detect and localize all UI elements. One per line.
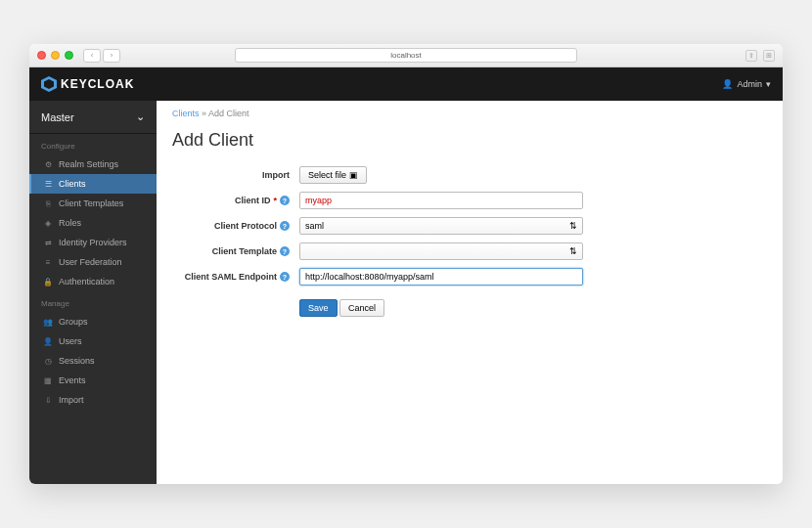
sidebar-item-client-templates[interactable]: ⎘Client Templates [29,194,157,213]
titlebar: ‹ › localhost ⇪ ⊞ [29,44,783,67]
row-actions: Save Cancel [157,295,783,321]
required-marker: * [273,196,277,205]
sidebar: Master ⌄ Configure ⚙Realm Settings ☰Clie… [29,101,157,484]
saml-endpoint-input[interactable] [299,268,583,286]
client-template-select[interactable]: ⇅ [299,242,583,260]
label-import: Import [172,170,290,180]
sidebar-item-clients[interactable]: ☰Clients [29,174,157,194]
sidebar-item-events[interactable]: ▦Events [29,371,157,390]
brand-text: KEYCLOAK [61,77,134,91]
save-button[interactable]: Save [299,299,338,317]
realm-name: Master [41,111,74,123]
main-content: Clients » Add Client Add Client Import S… [157,101,783,484]
sidebar-item-realm-settings[interactable]: ⚙Realm Settings [29,154,157,174]
user-icon: 👤 [43,336,53,346]
list-icon: ☰ [43,179,53,189]
sidebar-item-import[interactable]: ⇩Import [29,390,157,410]
help-icon[interactable]: ? [280,272,290,282]
select-file-button[interactable]: Select file ▣ [299,166,367,184]
sliders-icon: ⚙ [43,159,53,169]
browser-window: ‹ › localhost ⇪ ⊞ KEYCLOAK 👤 Admin ▾ Mas… [29,44,783,484]
app-header: KEYCLOAK 👤 Admin ▾ [29,67,783,101]
breadcrumb-sep: » [202,109,206,118]
sidebar-item-authentication[interactable]: 🔒Authentication [29,272,157,291]
users-icon: 👥 [43,317,53,327]
sidebar-item-user-federation[interactable]: ≡User Federation [29,252,157,272]
copy-icon: ⎘ [43,198,53,208]
row-client-id: Client ID * ? [157,188,783,213]
traffic-lights [37,51,73,60]
brand-logo[interactable]: KEYCLOAK [41,76,134,92]
chevron-down-icon: ▾ [766,79,771,89]
sidebar-item-groups[interactable]: 👥Groups [29,312,157,331]
calendar-icon: ▦ [43,375,53,385]
download-icon: ⇩ [43,395,53,405]
breadcrumb-root[interactable]: Clients [172,109,200,118]
lock-icon: 🔒 [43,277,53,286]
user-icon: 👤 [722,79,733,89]
help-icon[interactable]: ? [280,221,290,231]
forward-button[interactable]: › [103,49,120,63]
label-client-template: Client Template ? [172,246,290,256]
row-client-template: Client Template ? ⇅ [157,239,783,264]
back-button[interactable]: ‹ [83,49,101,63]
file-icon: ▣ [349,170,358,180]
titlebar-right: ⇪ ⊞ [745,50,775,62]
sidebar-item-users[interactable]: 👤Users [29,331,157,351]
sidebar-item-sessions[interactable]: ◷Sessions [29,351,157,371]
label-client-protocol: Client Protocol ? [172,221,290,231]
label-saml-endpoint: Client SAML Endpoint ? [172,272,290,282]
row-import: Import Select file ▣ [157,162,783,188]
help-icon[interactable]: ? [280,246,290,256]
url-bar[interactable]: localhost [235,48,577,63]
row-saml-endpoint: Client SAML Endpoint ? [157,264,783,289]
logo-icon [41,76,57,92]
breadcrumb-current: Add Client [208,109,249,118]
label-client-id: Client ID * ? [172,196,290,205]
row-client-protocol: Client Protocol ? saml⇅ [157,213,783,239]
sidebar-item-identity-providers[interactable]: ⇄Identity Providers [29,233,157,252]
breadcrumb: Clients » Add Client [157,101,783,126]
chevron-down-icon: ⌄ [136,110,145,123]
updown-icon: ⇅ [569,221,577,231]
client-protocol-select[interactable]: saml⇅ [299,217,583,235]
cancel-button[interactable]: Cancel [339,299,384,317]
nav-arrows: ‹ › [83,49,120,63]
maximize-window-button[interactable] [65,51,73,60]
minimize-window-button[interactable] [51,51,60,60]
client-id-input[interactable] [299,192,583,209]
layers-icon: ≡ [43,257,53,267]
clock-icon: ◷ [43,356,53,366]
share-icon[interactable]: ⇪ [745,50,757,62]
realm-selector[interactable]: Master ⌄ [29,101,157,134]
user-name: Admin [737,79,762,89]
help-icon[interactable]: ? [280,196,290,205]
bookmark-icon: ◈ [43,218,53,228]
section-label-manage: Manage [29,291,157,312]
tabs-icon[interactable]: ⊞ [763,50,775,62]
link-icon: ⇄ [43,238,53,247]
app-body: Master ⌄ Configure ⚙Realm Settings ☰Clie… [29,101,783,484]
sidebar-item-roles[interactable]: ◈Roles [29,213,157,233]
updown-icon: ⇅ [569,246,577,256]
close-window-button[interactable] [37,51,46,60]
page-title: Add Client [157,126,783,162]
section-label-configure: Configure [29,134,157,154]
user-menu[interactable]: 👤 Admin ▾ [722,79,771,89]
